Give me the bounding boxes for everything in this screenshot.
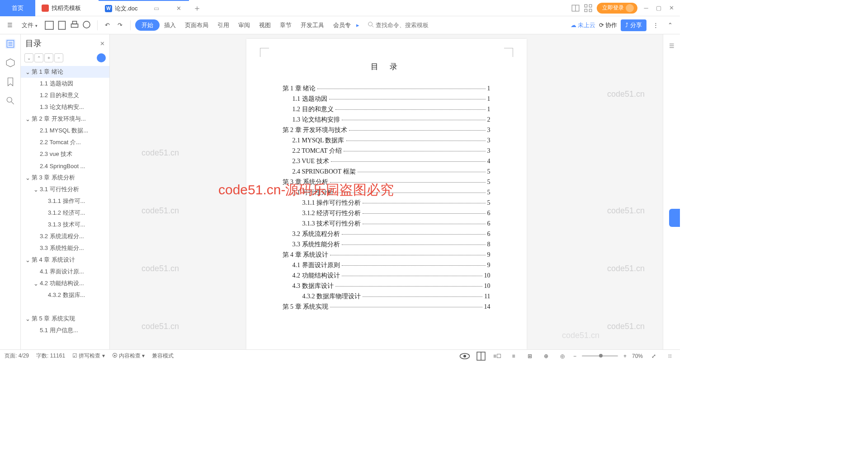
search-rail-icon[interactable]	[5, 96, 15, 106]
remove-level-button[interactable]: －	[54, 53, 63, 62]
tab-template[interactable]: 找稻壳模板	[35, 0, 99, 16]
menu-开发工具[interactable]: 开发工具	[296, 19, 329, 31]
outline-item[interactable]: 3.1.2 经济可...	[21, 207, 109, 219]
add-tab-button[interactable]: ＋	[189, 0, 205, 16]
add-level-button[interactable]: ＋	[44, 53, 53, 62]
share-button[interactable]: ⤴ 分享	[621, 19, 646, 31]
minimize-icon[interactable]: ─	[642, 4, 650, 12]
cloud-status[interactable]: ☁ 未上云	[571, 21, 595, 29]
outline-item[interactable]: 1.1 选题动因	[21, 78, 109, 89]
collapse-icon[interactable]: ⌃	[665, 20, 675, 31]
settings-icon[interactable]: ⁝⁝	[665, 351, 675, 362]
tab-monitor-icon[interactable]: ▭	[154, 5, 159, 12]
toc-row: 第 4 章 系统设计9	[283, 251, 491, 259]
outline-item[interactable]: ⌄第 1 章 绪论	[21, 66, 109, 78]
collab-button[interactable]: ⟳ 协作	[599, 21, 617, 29]
outline-item[interactable]: ⌄第 2 章 开发环境与...	[21, 113, 109, 125]
view-layout-icon[interactable]: ⊞	[524, 351, 535, 362]
bookmark-rail-icon[interactable]	[5, 77, 15, 87]
search-box[interactable]	[368, 21, 434, 29]
svg-point-11	[368, 22, 372, 26]
doc-icon: W	[105, 5, 112, 12]
outline-item[interactable]: 5.1 用户信息...	[21, 325, 109, 336]
outline-item[interactable]: 3.3 系统性能分...	[21, 242, 109, 254]
outline-item[interactable]: 2.2 Tomcat 介...	[21, 136, 109, 148]
outline-item[interactable]: ⌄第 3 章 系统分析	[21, 172, 109, 183]
menu-icon[interactable]: ☰	[5, 20, 15, 31]
outline-item[interactable]: 1.3 论文结构安...	[21, 101, 109, 113]
svg-rect-9	[72, 21, 76, 24]
outline-item[interactable]: 3.1.1 操作可...	[21, 195, 109, 207]
page-indicator[interactable]: 页面: 4/29	[5, 352, 29, 360]
spellcheck-button[interactable]: ☑ 拼写检查 ▾	[72, 352, 105, 360]
menu-引用[interactable]: 引用	[213, 19, 234, 31]
save-icon[interactable]	[44, 20, 55, 31]
sync-icon[interactable]	[97, 53, 106, 62]
menu-页面布局[interactable]: 页面布局	[180, 19, 213, 31]
menu-审阅[interactable]: 审阅	[234, 19, 255, 31]
paste-icon[interactable]	[57, 20, 67, 31]
target-icon[interactable]: ◎	[557, 351, 568, 362]
zoom-in-button[interactable]: +	[623, 353, 627, 359]
zoom-slider[interactable]	[582, 355, 618, 357]
tab-home[interactable]: 首页	[0, 0, 35, 16]
expand-all-button[interactable]: ⌃	[34, 53, 43, 62]
outline-item[interactable]: ⌄4.2 功能结构设...	[21, 278, 109, 289]
outline-item[interactable]: ⌄3.1 可行性分析	[21, 183, 109, 195]
fullscreen-icon[interactable]: ⤢	[648, 351, 659, 362]
outline-item[interactable]: 4.3.2 数据库...	[21, 289, 109, 301]
eye-icon[interactable]	[459, 351, 470, 362]
tab-document[interactable]: W 论文.doc ▭ ✕	[99, 0, 189, 16]
search-input[interactable]	[376, 22, 434, 28]
document-canvas[interactable]: code51.cn code51.cn code51.cn code51.cn …	[110, 34, 663, 349]
more-icon[interactable]: ⋮	[650, 20, 661, 31]
outline-item[interactable]: 2.3 vue 技术	[21, 148, 109, 160]
preview-icon[interactable]	[82, 20, 93, 31]
close-window-icon[interactable]: ✕	[667, 4, 675, 12]
outline-item[interactable]: 2.1 MYSQL 数据...	[21, 125, 109, 136]
globe-icon[interactable]: ⊕	[541, 351, 552, 362]
svg-line-12	[372, 26, 373, 28]
book-icon[interactable]	[476, 351, 486, 362]
outline-item[interactable]: 3.2 系统流程分...	[21, 230, 109, 242]
view-web-icon[interactable]: ≡	[508, 351, 519, 362]
close-icon[interactable]: ✕	[175, 5, 183, 12]
crop-mark	[260, 48, 269, 57]
content-check-button[interactable]: ⦿ 内容检查 ▾	[112, 352, 145, 360]
menu-视图[interactable]: 视图	[255, 19, 275, 31]
file-menu[interactable]: 文件 ▾	[17, 19, 42, 32]
menu-会员专[interactable]: 会员专	[329, 19, 355, 31]
sidebar-close-icon[interactable]: ✕	[100, 40, 105, 47]
toc-row: 3.1.1 操作可行性分析5	[283, 199, 491, 207]
svg-rect-2	[585, 5, 587, 7]
zoom-level[interactable]: 70%	[632, 353, 643, 359]
undo-icon[interactable]: ↶	[102, 20, 113, 31]
view-page-icon[interactable]: ≡☐	[492, 351, 503, 362]
print-icon[interactable]	[69, 20, 80, 31]
outline-rail-icon[interactable]	[5, 39, 15, 49]
panel-toggle-icon[interactable]: ☰	[663, 34, 680, 57]
redo-icon[interactable]: ↷	[115, 20, 126, 31]
outline-item[interactable]: 4.1 界面设计原...	[21, 266, 109, 278]
collapse-all-button[interactable]: ⌄	[24, 53, 33, 62]
outline-item[interactable]: ⌄第 4 章 系统设计	[21, 254, 109, 266]
toc-row: 第 2 章 开发环境与技术3	[283, 126, 491, 134]
outline-item[interactable]: 1.2 目的和意义	[21, 89, 109, 101]
layout-icon[interactable]	[571, 4, 580, 12]
svg-line-18	[11, 102, 14, 104]
menu-开始[interactable]: 开始	[135, 19, 160, 31]
apps-icon[interactable]	[584, 4, 592, 12]
side-feedback-tab[interactable]	[669, 209, 680, 227]
outline-item[interactable]: 2.4 SpringBoot ...	[21, 160, 109, 172]
zoom-out-button[interactable]: −	[573, 353, 576, 359]
menu-插入[interactable]: 插入	[160, 19, 180, 31]
box-rail-icon[interactable]	[5, 58, 15, 68]
menu-章节[interactable]: 章节	[275, 19, 296, 31]
outline-item[interactable]: ⌄第 5 章 系统实现	[21, 313, 109, 325]
word-count[interactable]: 字数: 11161	[36, 352, 65, 360]
login-button[interactable]: 立即登录	[597, 3, 637, 14]
outline-item[interactable]: 3.1.3 技术可...	[21, 219, 109, 230]
maximize-icon[interactable]: ▢	[655, 4, 663, 12]
toc-row: 第 1 章 绪论1	[283, 85, 491, 93]
toc-row: 2.2 TOMCAT 介绍3	[283, 147, 491, 155]
